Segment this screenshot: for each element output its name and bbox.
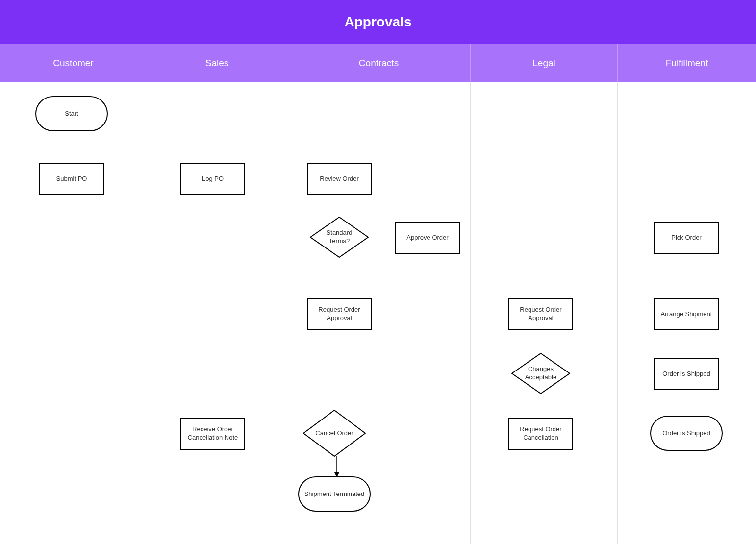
lane-header-legal: Legal	[471, 44, 618, 82]
lane-header-sales: Sales	[147, 44, 287, 82]
node-label: Start	[65, 110, 78, 118]
node-label: Cancel Order	[315, 429, 353, 438]
node-pick-order[interactable]: Pick Order	[654, 222, 719, 254]
node-label: Changes Acceptable	[521, 365, 560, 382]
swimlane-headers: Customer Sales Contracts Legal Fulfillme…	[0, 44, 756, 82]
node-review-order[interactable]: Review Order	[307, 163, 372, 195]
node-label: Request Order Cancellation	[513, 425, 568, 442]
node-label: Receive Order Cancellation Note	[185, 425, 240, 442]
node-standard-terms[interactable]: Standard Terms?	[310, 217, 369, 258]
node-label: Review Order	[320, 175, 358, 183]
node-label: Order is Shipped	[662, 429, 710, 438]
node-receive-order-cancellation[interactable]: Receive Order Cancellation Note	[180, 418, 245, 450]
lane-contracts: Review Order Standard Terms? Approve Ord…	[287, 82, 471, 544]
node-request-order-approval-legal[interactable]: Request Order Approval	[508, 298, 573, 330]
lane-fulfillment: Pick Order Arrange Shipment Order is Shi…	[618, 82, 756, 544]
node-order-is-shipped-end[interactable]: Order is Shipped	[650, 416, 723, 451]
node-approve-order[interactable]: Approve Order	[395, 222, 460, 254]
node-start[interactable]: Start	[35, 96, 108, 131]
node-label: Request Order Approval	[513, 306, 568, 322]
node-label: Pick Order	[671, 234, 701, 242]
node-label: Request Order Approval	[312, 306, 367, 322]
lane-sales: Log PO Receive Order Cancellation Note	[147, 82, 287, 544]
node-log-po[interactable]: Log PO	[180, 163, 245, 195]
node-request-order-cancellation[interactable]: Request Order Cancellation	[508, 418, 573, 450]
node-label: Approve Order	[406, 234, 448, 242]
node-changes-acceptable[interactable]: Changes Acceptable	[511, 353, 570, 394]
node-label: Log PO	[202, 175, 224, 183]
node-label: Shipment Terminated	[304, 490, 365, 498]
node-request-order-approval-contracts[interactable]: Request Order Approval	[307, 298, 372, 330]
lane-header-fulfillment: Fulfillment	[618, 44, 756, 82]
swimlane-body: Start Submit PO Log PO Receive Order Can…	[0, 82, 756, 544]
node-submit-po[interactable]: Submit PO	[39, 163, 104, 195]
node-order-is-shipped-process[interactable]: Order is Shipped	[654, 358, 719, 390]
node-shipment-terminated[interactable]: Shipment Terminated	[298, 476, 371, 512]
node-label: Standard Terms?	[320, 229, 359, 246]
node-arrange-shipment[interactable]: Arrange Shipment	[654, 298, 719, 330]
lane-header-customer: Customer	[0, 44, 147, 82]
node-label: Arrange Shipment	[661, 310, 712, 319]
node-cancel-order[interactable]: Cancel Order	[303, 410, 366, 457]
title-text: Approvals	[345, 14, 412, 30]
diagram-title: Approvals	[0, 0, 756, 44]
node-label: Order is Shipped	[662, 370, 710, 378]
lane-header-contracts: Contracts	[287, 44, 471, 82]
lane-customer: Start Submit PO	[0, 82, 147, 544]
lane-legal: Request Order Approval Changes Acceptabl…	[471, 82, 618, 544]
node-label: Submit PO	[56, 175, 87, 183]
